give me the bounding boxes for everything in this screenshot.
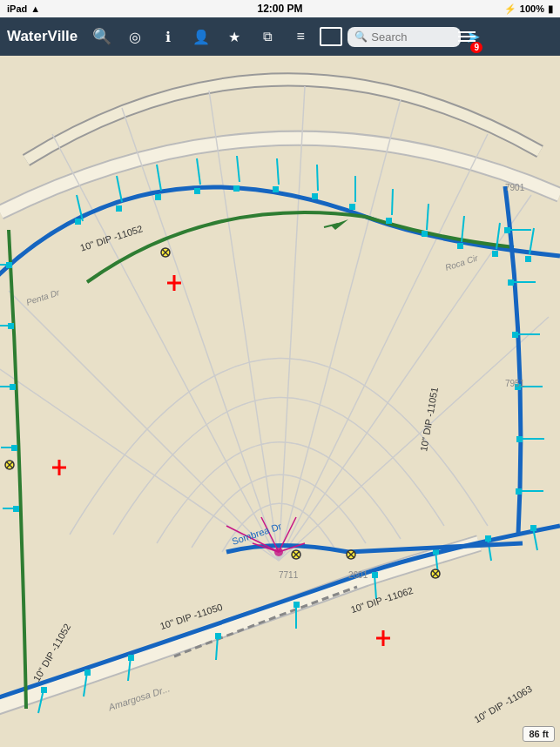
search-icon: 🔍 [354, 30, 368, 43]
toolbar: WaterVille 🔍 ◎ ℹ 👤 ★ ⧉ ≡ 🔍 ➤ 9 [0, 17, 560, 56]
svg-rect-76 [13, 506, 19, 512]
favorites-button[interactable]: ★ [220, 23, 248, 50]
menu-badge: 9 [470, 42, 482, 53]
svg-rect-63 [512, 332, 518, 338]
scale-bar: 86 ft [523, 726, 555, 742]
svg-rect-54 [530, 525, 536, 531]
svg-text:7711: 7711 [279, 570, 299, 580]
battery-label: 100% [520, 3, 544, 14]
svg-rect-24 [75, 219, 81, 225]
svg-text:7901: 7901 [505, 183, 525, 192]
svg-rect-62 [508, 279, 514, 286]
svg-rect-31 [349, 204, 355, 210]
svg-rect-74 [10, 384, 16, 390]
map[interactable]: 10" DIP -11052 10" DIP -11051 10" DIP -1… [0, 56, 560, 747]
square-button[interactable] [320, 27, 342, 46]
stack-button[interactable]: ⧉ [253, 23, 281, 50]
svg-line-17 [317, 165, 318, 191]
svg-rect-49 [215, 633, 221, 639]
svg-rect-50 [293, 602, 300, 608]
svg-rect-35 [492, 251, 498, 257]
layers-button[interactable]: ◎ [121, 23, 149, 50]
battery-icon: ▮ [548, 3, 553, 15]
svg-rect-36 [525, 256, 531, 262]
svg-rect-53 [485, 535, 491, 542]
svg-rect-26 [155, 194, 161, 200]
svg-rect-72 [6, 262, 12, 268]
svg-rect-46 [41, 687, 47, 693]
list-button[interactable]: ≡ [287, 23, 314, 50]
svg-text:2601: 2601 [348, 570, 368, 580]
scale-label: 86 ft [529, 729, 549, 739]
svg-rect-28 [233, 185, 240, 192]
search-tool-button[interactable]: 🔍 [88, 23, 116, 50]
svg-rect-51 [372, 572, 378, 578]
svg-rect-25 [116, 205, 122, 212]
status-bar: iPad ▲ 12:00 PM ⚡ 100% ▮ [0, 0, 560, 17]
svg-rect-48 [128, 655, 134, 661]
info-button[interactable]: ℹ [154, 23, 182, 50]
carrier-label: iPad [7, 3, 27, 14]
svg-rect-27 [194, 188, 200, 194]
person-button[interactable]: 👤 [187, 23, 215, 50]
svg-rect-33 [422, 231, 428, 237]
bluetooth-icon: ⚡ [504, 3, 516, 15]
svg-line-19 [392, 189, 393, 215]
svg-rect-47 [84, 670, 91, 676]
search-input[interactable] [371, 30, 454, 44]
status-time: 12:00 PM [257, 3, 302, 15]
search-bar[interactable]: 🔍 [347, 27, 461, 47]
svg-rect-66 [516, 488, 522, 495]
svg-rect-65 [516, 436, 523, 442]
wifi-icon: ▲ [30, 3, 40, 14]
svg-rect-30 [312, 193, 318, 199]
status-right: ⚡ 100% ▮ [504, 3, 553, 15]
svg-rect-61 [504, 227, 510, 233]
status-left: iPad ▲ [7, 3, 40, 14]
map-svg: 10" DIP -11052 10" DIP -11051 10" DIP -1… [0, 56, 560, 747]
svg-text:7951: 7951 [505, 379, 525, 388]
svg-rect-29 [273, 186, 279, 192]
app-title: WaterVille [7, 28, 78, 45]
svg-rect-73 [8, 323, 14, 329]
svg-rect-34 [457, 243, 463, 249]
svg-rect-32 [386, 218, 392, 224]
svg-rect-75 [11, 445, 17, 451]
